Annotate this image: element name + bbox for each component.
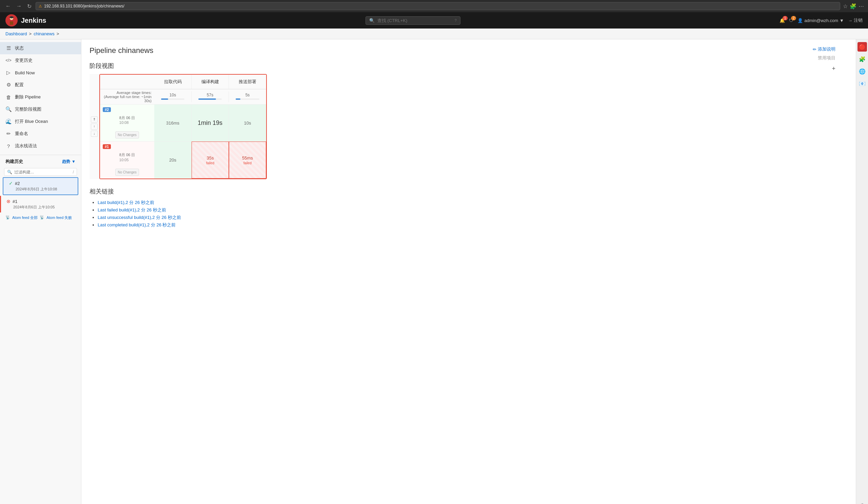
build-search[interactable]: 🔍 / — [4, 168, 77, 176]
search-help-icon[interactable]: ? — [455, 18, 457, 22]
sidebar-item-delete[interactable]: 🗑 删除 Pipeline — [0, 91, 81, 103]
page-title: Pipeline chinanews — [90, 46, 848, 55]
stage-view-outer: ⇑ ↑ ↓ 拉取代码 编译构建 推送部署 Average stage t — [90, 74, 848, 179]
stage-cell-1-2[interactable]: 35s failed — [192, 142, 229, 178]
notification-bell[interactable]: 🔔 1 — [779, 18, 785, 23]
related-link-3[interactable]: Last unsuccessful build(#1),2 分 26 秒之前 — [98, 215, 181, 220]
browser-refresh[interactable]: ↻ — [26, 2, 33, 11]
search-icon: 🔍 — [6, 106, 11, 112]
jenkins-search[interactable]: 🔍 ? — [365, 16, 461, 25]
jenkins-header: Jenkins 🔍 ? 🔔 1 🛡 2 👤 admin@wzh.com ▼ → … — [0, 12, 868, 29]
stage-cell-1-3[interactable]: 55ms failed — [229, 142, 266, 178]
related-link-1[interactable]: Last build(#1),2 分 26 秒之前 — [98, 200, 154, 205]
build-item-2[interactable]: ✓ #2 2024年8月6日 上午10:08 — [3, 177, 78, 195]
stage-val-2-2: 1min 19s — [198, 120, 223, 127]
stage-col-2: 编译构建 — [192, 75, 229, 89]
browser-back[interactable]: ← — [4, 2, 12, 11]
browser-forward[interactable]: → — [15, 2, 23, 11]
build-item-1[interactable]: ⊗ #1 2024年8月6日 上午10:05 — [0, 196, 81, 212]
filter-icon: 🔍 — [7, 170, 12, 174]
add-button[interactable]: + — [832, 65, 836, 72]
stage-val-2-1: 316ms — [166, 121, 179, 125]
main-layout: ☰ 状态 </> 变更历史 ▷ Build Now ⚙ 配置 🗑 删除 Pipe… — [0, 39, 868, 504]
trash-icon: 🗑 — [6, 94, 11, 100]
atom-all-link[interactable]: Atom feed 全部 — [12, 215, 38, 220]
build-num-2: ✓ #2 — [9, 181, 72, 186]
logout-text: 注销 — [854, 17, 862, 23]
build-row-2-label: #2 8月 06 日 10:08 No Changes — [100, 104, 154, 141]
avg-time-1: 10s — [154, 91, 192, 102]
list-item: Last failed build(#1),2 分 26 秒之前 — [98, 207, 848, 213]
breadcrumb-job[interactable]: chinanews — [33, 31, 54, 36]
right-actions-panel: ✏ 添加说明 禁用项目 + — [813, 46, 836, 72]
stage-cell-2-2[interactable]: 1min 19s — [192, 104, 229, 141]
stage-cell-2-1[interactable]: 316ms — [154, 104, 192, 141]
build-1-time: 10:05 — [119, 158, 135, 162]
status-icon: ☰ — [6, 45, 11, 51]
right-sidebar: 🔴 🧩 🌐 📧 ⚙ — [856, 39, 868, 504]
gear-icon: ⚙ — [6, 82, 11, 88]
right-icon-red[interactable]: 🔴 — [857, 42, 867, 52]
add-description-link[interactable]: ✏ 添加说明 — [813, 46, 836, 52]
shield-count: 2 — [791, 16, 796, 20]
related-link-4[interactable]: Last completed build(#1),2 分 26 秒之前 — [98, 222, 176, 228]
browser-actions: ☆ 🧩 ⋯ — [843, 3, 864, 10]
related-link-2[interactable]: Last failed build(#1),2 分 26 秒之前 — [98, 208, 166, 212]
pencil-icon: ✏ — [6, 131, 11, 137]
browser-menu[interactable]: ⋯ — [858, 3, 864, 10]
avg-sublabel-text: (Average full run time: ~1min 30s) — [104, 95, 152, 103]
code-icon: </> — [6, 58, 11, 63]
sidebar: ☰ 状态 </> 变更历史 ▷ Build Now ⚙ 配置 🗑 删除 Pipe… — [0, 39, 81, 504]
browser-star[interactable]: ☆ — [843, 3, 848, 10]
avg-time-3: 5s — [229, 91, 266, 102]
build-history-title: 构建历史 — [6, 159, 23, 164]
sidebar-item-pipeline-syntax[interactable]: ? 流水线语法 — [0, 140, 81, 152]
rss-icon-2: 📡 — [40, 215, 44, 220]
breadcrumb-dashboard[interactable]: Dashboard — [6, 31, 27, 36]
shield-badge[interactable]: 🛡 2 — [789, 18, 793, 23]
no-changes-2: No Changes — [115, 131, 139, 139]
build-history-section: 构建历史 趋势 ▼ — [0, 155, 81, 167]
svg-point-3 — [10, 16, 13, 18]
user-icon: 👤 — [797, 18, 803, 23]
right-icon-mail[interactable]: 📧 — [857, 79, 867, 88]
right-icon-plugin[interactable]: 🧩 — [857, 54, 867, 64]
right-icon-globe[interactable]: 🌐 — [857, 67, 867, 76]
question-icon: ? — [6, 143, 11, 149]
play-icon: ▷ — [6, 70, 11, 76]
jenkins-logo-text: Jenkins — [21, 17, 46, 24]
jenkins-logo-icon — [6, 14, 18, 27]
sidebar-item-changes[interactable]: </> 变更历史 — [0, 54, 81, 67]
scroll-down-button[interactable]: ↓ — [91, 131, 98, 137]
stage-cell-2-3[interactable]: 10s — [229, 104, 266, 141]
sidebar-item-config[interactable]: ⚙ 配置 — [0, 79, 81, 91]
avg-time-2: 57s — [192, 91, 229, 102]
avg-label-text: Average stage times: — [117, 91, 152, 95]
sidebar-item-build-now[interactable]: ▷ Build Now — [0, 67, 81, 79]
sidebar-label-pipeline-syntax: 流水线语法 — [15, 143, 37, 149]
build-row-2: #2 8月 06 日 10:08 No Changes 316ms 1min 1… — [100, 104, 266, 142]
related-links-section: 相关链接 Last build(#1),2 分 26 秒之前 Last fail… — [90, 187, 848, 228]
scroll-top-button[interactable]: ⇑ — [91, 117, 98, 122]
user-menu[interactable]: 👤 admin@wzh.com ▼ — [797, 18, 844, 23]
build-num-1: ⊗ #1 — [7, 199, 76, 204]
build-filter-input[interactable] — [14, 170, 71, 174]
sidebar-item-blue-ocean[interactable]: 🌊 打开 Blue Ocean — [0, 115, 81, 128]
trend-button[interactable]: 趋势 ▼ — [62, 159, 76, 164]
stage-col-3: 推送部署 — [229, 75, 266, 89]
list-item: Last unsuccessful build(#1),2 分 26 秒之前 — [98, 214, 848, 221]
related-links-title: 相关链接 — [90, 187, 848, 195]
logout-button[interactable]: → 注销 — [848, 17, 862, 23]
sidebar-item-rename[interactable]: ✏ 重命名 — [0, 128, 81, 140]
progress-bar-1 — [161, 99, 168, 100]
browser-extensions[interactable]: 🧩 — [850, 3, 857, 10]
stage-cell-1-1[interactable]: 20s — [154, 142, 192, 178]
right-icon-settings[interactable]: ⚙ — [857, 501, 867, 504]
sidebar-item-full-stage[interactable]: 🔍 完整阶段视图 — [0, 103, 81, 115]
sidebar-item-status[interactable]: ☰ 状态 — [0, 42, 81, 54]
search-input[interactable] — [378, 18, 452, 23]
sidebar-label-changes: 变更历史 — [15, 57, 32, 63]
atom-failed-link[interactable]: Atom feed 失败 — [46, 215, 72, 220]
sidebar-label-build-now: Build Now — [15, 70, 35, 75]
scroll-up-button[interactable]: ↑ — [91, 123, 98, 130]
